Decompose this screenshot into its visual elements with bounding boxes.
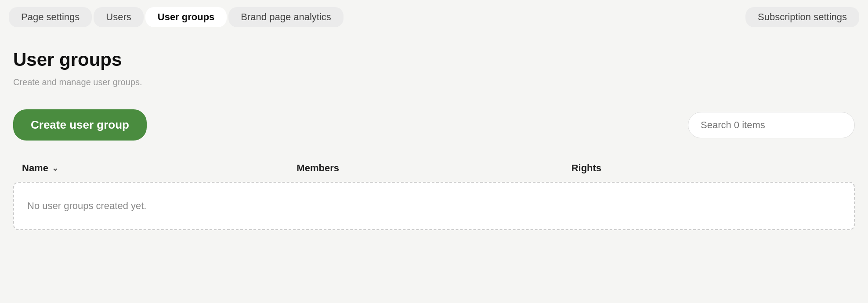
col-rights-label: Rights <box>571 162 601 174</box>
toolbar: Create user group <box>13 109 855 141</box>
nav-left: Page settings Users User groups Brand pa… <box>9 7 344 27</box>
table-header: Name ⌄ Members Rights <box>13 158 855 178</box>
col-header-rights: Rights <box>571 162 846 174</box>
top-nav: Page settings Users User groups Brand pa… <box>0 0 868 27</box>
col-header-members: Members <box>297 162 571 174</box>
create-user-group-button[interactable]: Create user group <box>13 109 147 141</box>
col-header-name[interactable]: Name ⌄ <box>22 162 297 174</box>
sort-icon: ⌄ <box>52 163 58 173</box>
nav-right: Subscription settings <box>745 7 859 27</box>
tab-brand-page-analytics[interactable]: Brand page analytics <box>228 7 343 27</box>
empty-message: No user groups created yet. <box>27 200 146 211</box>
tab-subscription-settings[interactable]: Subscription settings <box>745 7 859 27</box>
table-empty-state: No user groups created yet. <box>13 182 855 230</box>
page-subtitle: Create and manage user groups. <box>13 77 855 87</box>
search-input[interactable] <box>688 112 855 138</box>
content-area: User groups Create and manage user group… <box>0 27 868 243</box>
col-name-label: Name <box>22 162 48 174</box>
page-title: User groups <box>13 49 855 70</box>
tab-user-groups[interactable]: User groups <box>145 7 227 27</box>
tab-page-settings[interactable]: Page settings <box>9 7 92 27</box>
col-members-label: Members <box>297 162 339 174</box>
tab-users[interactable]: Users <box>94 7 143 27</box>
